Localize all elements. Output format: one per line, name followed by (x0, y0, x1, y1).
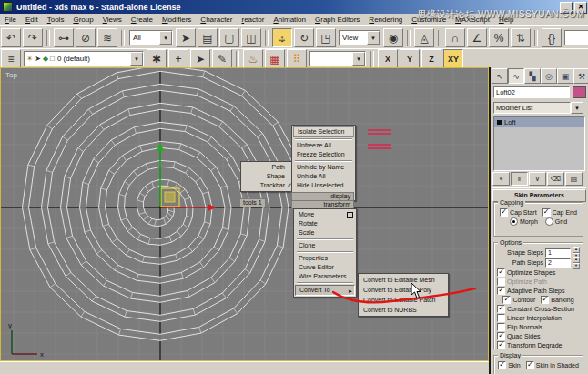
menu-item-unhide-by-name[interactable]: Unhide by Name (293, 163, 354, 172)
checkbox-flip-normals[interactable]: Flip Normals (497, 323, 542, 331)
add-selection-to-layer-icon[interactable]: + (168, 49, 188, 68)
render-type-icon[interactable]: ▦ (265, 49, 285, 68)
menu-file[interactable]: File (0, 15, 21, 24)
radio-icon[interactable] (545, 217, 553, 226)
menu-character[interactable]: Character (196, 15, 237, 24)
checkbox-cap-start[interactable]: ✓Cap Start (500, 208, 537, 217)
menu-rendering[interactable]: Rendering (364, 15, 407, 24)
edit-named-selections-icon[interactable]: {} (542, 28, 562, 47)
checkbox-optimize-path[interactable]: Optimize Path (497, 278, 547, 286)
menu-item-curve-editor[interactable]: Curve Editor (295, 263, 355, 272)
menu-item-properties[interactable]: Properties (295, 254, 355, 263)
menu-item-convert-to-editable-mesh[interactable]: Convert to Editable Mesh (360, 275, 447, 285)
checkbox-cap-end[interactable]: ✓Cap End (542, 208, 577, 217)
menu-tools[interactable]: Tools (43, 15, 69, 24)
tab-motion[interactable]: ◎ (541, 68, 557, 84)
use-pivot-point-center-icon[interactable]: ◉ (383, 28, 403, 47)
checkbox-icon[interactable]: ✓ (497, 332, 505, 340)
menu-graph-editors[interactable]: Graph Editors (310, 15, 364, 24)
menu-item-unhide-all[interactable]: Unhide All (293, 172, 354, 181)
menu-create[interactable]: Create (127, 15, 157, 24)
select-and-rotate-icon[interactable]: ↻ (294, 28, 314, 47)
select-object-icon[interactable]: ➤ (176, 28, 196, 47)
checkbox-icon[interactable]: ✓ (497, 341, 505, 349)
checkbox-icon[interactable] (497, 323, 505, 331)
axis-z-button[interactable]: Z (421, 49, 441, 68)
menu-item-hide-unselected[interactable]: Hide Unselected (293, 181, 354, 190)
chevron-down-icon[interactable]: ▼ (571, 102, 583, 114)
menu-group[interactable]: Group (68, 15, 97, 24)
radio-icon[interactable] (510, 217, 518, 226)
pin-stack-icon[interactable]: ⌖ (492, 172, 510, 186)
checkbox-skin[interactable]: ✓Skin (498, 361, 521, 369)
chevron-down-icon[interactable]: ▼ (352, 52, 365, 66)
select-objects-in-layer-icon[interactable]: ➤ (190, 49, 210, 68)
select-and-manipulate-icon[interactable]: ◬ (414, 28, 434, 47)
menu-item-rotate[interactable]: Rotate (295, 219, 355, 228)
object-name-field[interactable]: Loft02 (493, 86, 570, 98)
checkbox-icon[interactable]: ✓ (542, 208, 551, 217)
checkbox-icon[interactable] (497, 278, 505, 286)
redo-icon[interactable]: ↷ (23, 28, 43, 47)
menu-views[interactable]: Views (98, 15, 127, 24)
render-preset-dropdown[interactable]: ▼ (309, 51, 366, 66)
tab-create[interactable]: ↖ (492, 68, 508, 84)
select-by-name-icon[interactable]: ▤ (198, 28, 218, 47)
axis-x-button[interactable]: X (378, 49, 398, 68)
chevron-down-icon[interactable]: ▼ (159, 31, 172, 45)
remove-modifier-icon[interactable]: ⌫ (547, 172, 564, 186)
spinner-down-icon[interactable]: ▼ (573, 263, 580, 269)
tab-utilities[interactable]: ⚒ (573, 68, 588, 84)
spinner-up-icon[interactable]: ▲ (573, 257, 580, 263)
checkbox-icon[interactable]: ✓ (497, 268, 505, 277)
menu-animation[interactable]: Animation (269, 15, 310, 24)
menu-item-trackbar[interactable]: Trackbar✓ (242, 181, 293, 190)
checkbox-icon[interactable]: ✓ (497, 305, 505, 313)
checkbox-optimize-shapes[interactable]: ✓Optimize Shapes (497, 268, 555, 277)
checkbox-icon[interactable]: ✓ (526, 361, 534, 369)
object-color-swatch[interactable] (573, 86, 586, 98)
checkbox-constant-cross-section[interactable]: ✓Constant Cross-Section (497, 305, 574, 313)
checkbox-transform-degrade[interactable]: ✓Transform Degrade (497, 341, 562, 349)
selection-filter-dropdown[interactable]: All▼ (129, 30, 173, 45)
window-crossing-icon[interactable]: ◫ (241, 28, 261, 47)
named-selection-sets-dropdown[interactable]: ▼ (564, 30, 588, 45)
make-unique-icon[interactable]: ∨ (529, 172, 546, 186)
set-current-layer-icon[interactable]: ✎ (212, 49, 232, 68)
menu-item-clone[interactable]: Clone (295, 241, 355, 250)
spinner-field[interactable]: 1 (545, 248, 571, 258)
checkbox-quad-sides[interactable]: ✓Quad Sides (497, 332, 541, 340)
render-scene-icon[interactable]: ♨ (243, 49, 263, 68)
select-and-move-icon[interactable]: ↔↕ (272, 28, 292, 47)
menu-item-convert-to-editable-poly[interactable]: Convert to Editable Poly (360, 285, 447, 295)
axis-y-button[interactable]: Y (400, 49, 420, 68)
menu-item-move[interactable]: Move (295, 210, 355, 219)
stack-item-loft[interactable]: Loft (494, 117, 584, 127)
chevron-down-icon[interactable]: ▼ (130, 52, 143, 66)
menu-item-unfreeze-all[interactable]: Unfreeze All (293, 141, 354, 150)
checkbox-icon[interactable] (497, 314, 505, 322)
menu-item-wire-parameters-[interactable]: Wire Parameters... (295, 272, 355, 281)
checkbox-banking[interactable]: ✓Banking (541, 296, 573, 304)
menu-edit[interactable]: Edit (21, 15, 43, 24)
menu-item-shape[interactable]: Shape (242, 172, 293, 181)
viewport-top[interactable]: Top xy (0, 67, 489, 361)
create-new-layer-icon[interactable]: ✱ (147, 49, 167, 68)
layer-dropdown[interactable]: ☀➤◆□0 (default)▼ (24, 51, 144, 66)
chevron-down-icon[interactable]: ▼ (367, 31, 380, 45)
reference-coordinate-dropdown[interactable]: View▼ (339, 30, 380, 45)
quick-render-icon[interactable]: ⠿ (287, 49, 307, 68)
select-and-scale-icon[interactable]: ◳ (316, 28, 336, 47)
checkbox-icon[interactable]: ✓ (498, 361, 506, 369)
menu-modifiers[interactable]: Modifiers (157, 15, 196, 24)
checkbox-linear-interpolation[interactable]: Linear Interpolation (497, 314, 562, 322)
snap-toggle-icon[interactable]: ∩ (445, 28, 465, 47)
angle-snap-icon[interactable]: ∠ (467, 28, 487, 47)
tab-display[interactable]: ▣ (557, 68, 573, 84)
rectangular-selection-region-icon[interactable]: ▢ (219, 28, 239, 47)
axis-xy-button[interactable]: XY (443, 49, 463, 68)
checkbox-icon[interactable]: ✓ (500, 208, 508, 217)
checkbox-icon[interactable]: ✓ (541, 296, 549, 304)
menu-item-convert-to-editable-patch[interactable]: Convert to Editable Patch (360, 295, 447, 305)
undo-icon[interactable]: ↶ (1, 28, 21, 47)
